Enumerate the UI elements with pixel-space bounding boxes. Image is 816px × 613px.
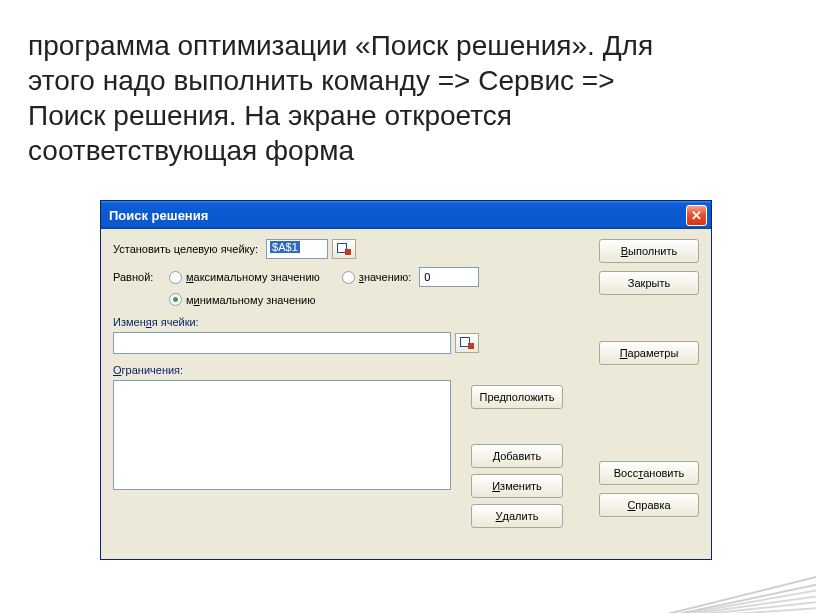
add-button[interactable]: Добавить — [471, 444, 563, 468]
changing-ref-button[interactable] — [455, 333, 479, 353]
target-cell-input[interactable]: $A$1 — [266, 239, 328, 259]
radio-min-label[interactable]: минимальному значению — [186, 294, 316, 306]
suggest-button[interactable]: Предположить — [471, 385, 563, 409]
reset-button[interactable]: Восстановить — [599, 461, 699, 485]
dialog-body: Установить целевую ячейку: $A$1 Равной: … — [101, 229, 711, 559]
value-input[interactable] — [419, 267, 479, 287]
radio-max[interactable] — [169, 271, 182, 284]
collapse-dialog-icon — [460, 337, 474, 349]
collapse-dialog-icon — [337, 243, 351, 255]
delete-button[interactable]: Удалить — [471, 504, 563, 528]
target-cell-label: Установить целевую ячейку: — [113, 243, 258, 255]
change-button[interactable]: Изменить — [471, 474, 563, 498]
slide-paragraph: программа оптимизации «Поиск решения». Д… — [28, 28, 668, 168]
changing-cells-input[interactable] — [113, 332, 451, 354]
params-button[interactable]: Параметры — [599, 341, 699, 365]
help-button[interactable]: Справка — [599, 493, 699, 517]
radio-min[interactable] — [169, 293, 182, 306]
radio-value[interactable] — [342, 271, 355, 284]
close-button[interactable]: ✕ — [686, 205, 707, 226]
radio-max-label[interactable]: максимальному значению — [186, 271, 320, 283]
execute-button[interactable]: Выполнить — [599, 239, 699, 263]
titlebar[interactable]: Поиск решения ✕ — [101, 201, 711, 229]
equal-to-label: Равной: — [113, 271, 169, 283]
target-ref-button[interactable] — [332, 239, 356, 259]
constraints-listbox[interactable] — [113, 380, 451, 490]
radio-value-label[interactable]: значению: — [359, 271, 411, 283]
close-dialog-button[interactable]: Закрыть — [599, 271, 699, 295]
dialog-title: Поиск решения — [109, 208, 686, 223]
solver-dialog: Поиск решения ✕ Установить целевую ячейк… — [100, 200, 712, 560]
close-icon: ✕ — [691, 208, 702, 223]
